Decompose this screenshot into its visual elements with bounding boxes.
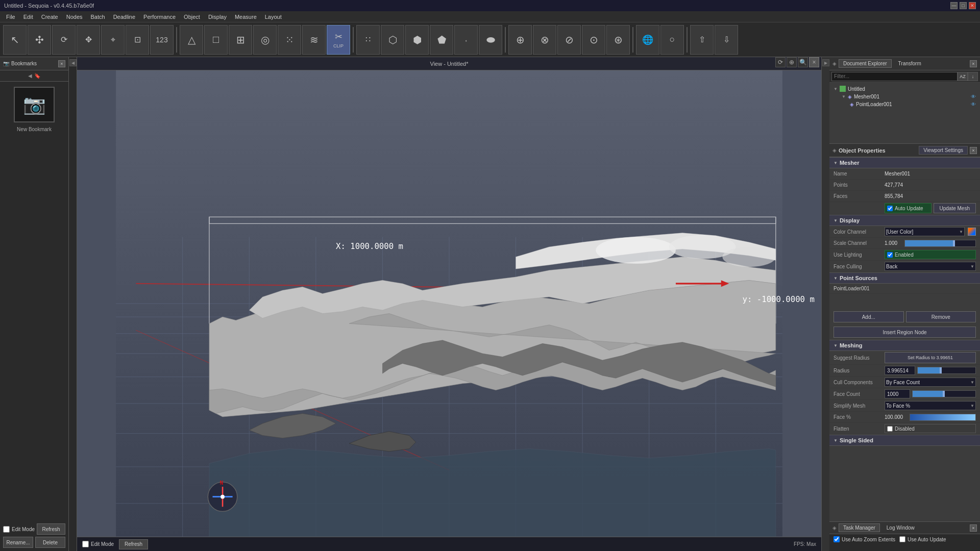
vp-close-btn[interactable]: × bbox=[809, 57, 819, 67]
viewport-refresh-btn[interactable]: Refresh bbox=[119, 539, 148, 549]
mesher-section-header[interactable]: ▼ Mesher bbox=[829, 157, 980, 168]
doc-explorer-close-btn[interactable]: × bbox=[970, 60, 977, 67]
toolbar-move[interactable]: ✣ bbox=[28, 25, 51, 55]
color-channel-swatch[interactable] bbox=[968, 228, 976, 236]
menu-nodes[interactable]: Nodes bbox=[62, 13, 87, 21]
toolbar-colormap[interactable]: ⬫ bbox=[454, 25, 478, 55]
auto-update-task-label[interactable]: Use Auto Update bbox=[899, 536, 946, 542]
task-manager-tab[interactable]: Task Manager bbox=[839, 523, 880, 532]
auto-update-checkbox[interactable] bbox=[887, 206, 893, 211]
toolbar-zoom[interactable]: ⌖ bbox=[101, 25, 125, 55]
toolbar-sphere[interactable]: ○ bbox=[660, 25, 684, 55]
update-mesh-btn[interactable]: Update Mesh bbox=[934, 203, 976, 213]
lighting-checkbox[interactable] bbox=[887, 252, 893, 258]
menu-batch[interactable]: Batch bbox=[87, 13, 109, 21]
single-sided-section-header[interactable]: ▼ Single Sided bbox=[829, 435, 980, 446]
vp-zoom-btn[interactable]: 🔍 bbox=[798, 57, 808, 67]
toolbar-scan5[interactable]: ⊛ bbox=[606, 25, 630, 55]
auto-zoom-label[interactable]: Use Auto Zoom Extents bbox=[834, 536, 895, 542]
cull-components-dropdown[interactable]: By Face Count ▼ bbox=[885, 378, 976, 387]
radius-input[interactable] bbox=[885, 366, 915, 375]
radius-slider[interactable] bbox=[917, 367, 976, 374]
meshing-section-header[interactable]: ▼ Meshing bbox=[829, 340, 980, 351]
minimize-btn[interactable]: — bbox=[950, 2, 958, 9]
toolbar-terrain[interactable]: ⬢ bbox=[405, 25, 429, 55]
vp-crosshair-btn[interactable]: ⊕ bbox=[787, 57, 797, 67]
menu-object[interactable]: Object bbox=[180, 13, 204, 21]
pointloader-eye-icon[interactable]: 👁 bbox=[971, 102, 976, 107]
toolbar-clip[interactable]: ✂ CLIP bbox=[327, 25, 350, 55]
toolbar-import[interactable]: ⇩ bbox=[715, 25, 738, 55]
flatten-checkbox[interactable] bbox=[887, 426, 893, 432]
mesher-eye-icon[interactable]: 👁 bbox=[971, 94, 976, 99]
maximize-btn[interactable]: □ bbox=[960, 2, 967, 9]
toolbar-brush[interactable]: ⬬ bbox=[479, 25, 502, 55]
viewport-settings-btn[interactable]: Viewport Settings bbox=[919, 146, 968, 155]
filter-arrow-btn[interactable]: ↓ bbox=[968, 72, 978, 81]
collapse-left-btn[interactable]: ◀ bbox=[69, 59, 77, 66]
scale-bar[interactable] bbox=[904, 240, 976, 247]
vp-refresh-btn[interactable]: ⟳ bbox=[775, 57, 786, 67]
toolbar-grid2[interactable]: ⊞ bbox=[229, 25, 252, 55]
menu-file[interactable]: File bbox=[2, 13, 19, 21]
toolbar-dots1[interactable]: ∷ bbox=[356, 25, 380, 55]
tree-item-untitled[interactable]: ▼ Untitled bbox=[831, 85, 978, 93]
toolbar-circle[interactable]: ◎ bbox=[253, 25, 277, 55]
menu-measure[interactable]: Measure bbox=[231, 13, 261, 21]
remove-btn[interactable]: Remove bbox=[906, 311, 976, 322]
delete-btn[interactable]: Delete bbox=[35, 537, 65, 548]
log-window-tab[interactable]: Log Window bbox=[882, 523, 919, 532]
filter-az-btn[interactable]: AZ bbox=[958, 72, 968, 81]
lighting-checkbox-container[interactable]: Enabled bbox=[885, 250, 976, 259]
menu-deadline[interactable]: Deadline bbox=[109, 13, 139, 21]
auto-update-task-checkbox[interactable] bbox=[899, 536, 905, 542]
toolbar-scan1[interactable]: ⊕ bbox=[508, 25, 532, 55]
close-btn[interactable]: ✕ bbox=[969, 2, 976, 9]
face-count-input[interactable] bbox=[885, 389, 910, 398]
face-culling-dropdown[interactable]: Back ▼ bbox=[885, 262, 976, 271]
toolbar-select[interactable]: ↖ bbox=[3, 25, 27, 55]
collapse-right-btn[interactable]: ▶ bbox=[822, 59, 829, 66]
toolbar-scan2[interactable]: ⊗ bbox=[533, 25, 556, 55]
menu-layout[interactable]: Layout bbox=[261, 13, 286, 21]
toolbar-triangle[interactable]: △ bbox=[180, 25, 203, 55]
toolbar-export[interactable]: ⇧ bbox=[690, 25, 714, 55]
doc-explorer-tab[interactable]: Document Explorer bbox=[839, 59, 892, 68]
point-source-item[interactable]: PointLoader001 bbox=[829, 284, 980, 294]
face-pct-bar[interactable] bbox=[910, 414, 976, 421]
toolbar-scan3[interactable]: ⊘ bbox=[557, 25, 581, 55]
filter-input[interactable] bbox=[831, 72, 958, 81]
bookmarks-close-btn[interactable]: × bbox=[58, 60, 65, 67]
toolbar-slice[interactable]: ⬡ bbox=[381, 25, 404, 55]
face-count-slider[interactable] bbox=[912, 390, 976, 397]
menu-display[interactable]: Display bbox=[204, 13, 231, 21]
rename-btn[interactable]: Rename... bbox=[3, 537, 33, 548]
toolbar-square[interactable]: □ bbox=[204, 25, 228, 55]
task-manager-close-btn[interactable]: × bbox=[970, 524, 977, 532]
toolbar-pan[interactable]: ✥ bbox=[77, 25, 100, 55]
toolbar-scan4[interactable]: ⊙ bbox=[582, 25, 605, 55]
menu-edit[interactable]: Edit bbox=[19, 13, 37, 21]
toolbar-fit[interactable]: ⊡ bbox=[126, 25, 149, 55]
auto-update-checkbox-container[interactable]: Auto Update bbox=[885, 203, 932, 213]
display-section-header[interactable]: ▼ Display bbox=[829, 215, 980, 226]
properties-close-btn[interactable]: × bbox=[970, 147, 977, 154]
toolbar-orbit[interactable]: ⟳ bbox=[52, 25, 76, 55]
toolbar-mesh[interactable]: ⬟ bbox=[430, 25, 453, 55]
color-channel-dropdown[interactable]: [User Color] ▼ bbox=[885, 227, 965, 236]
insert-region-btn[interactable]: Insert Region Node bbox=[834, 327, 976, 338]
suggest-radius-btn[interactable]: Set Radius to 3.99651 bbox=[885, 352, 976, 363]
viewport[interactable]: View - Untitled* ⟳ ⊕ 🔍 × bbox=[77, 57, 821, 551]
tree-item-pointloader001[interactable]: ◈ PointLoader001 👁 bbox=[848, 101, 978, 108]
flatten-checkbox-container[interactable]: Disabled bbox=[885, 424, 976, 433]
edit-mode-footer-label[interactable]: Edit Mode bbox=[82, 541, 114, 547]
edit-mode-footer-checkbox[interactable] bbox=[82, 541, 89, 547]
refresh-btn[interactable]: Refresh bbox=[37, 523, 65, 535]
simplify-mesh-dropdown[interactable]: To Face % ▼ bbox=[885, 401, 976, 410]
edit-mode-checkbox-label[interactable]: Edit Mode bbox=[3, 523, 35, 535]
tree-item-mesher001[interactable]: ▼ ◈ Mesher001 👁 bbox=[840, 93, 978, 101]
menu-performance[interactable]: Performance bbox=[139, 13, 180, 21]
auto-zoom-checkbox[interactable] bbox=[834, 536, 840, 542]
toolbar-wave[interactable]: ≋ bbox=[302, 25, 326, 55]
transform-tab[interactable]: Transform bbox=[894, 59, 926, 68]
